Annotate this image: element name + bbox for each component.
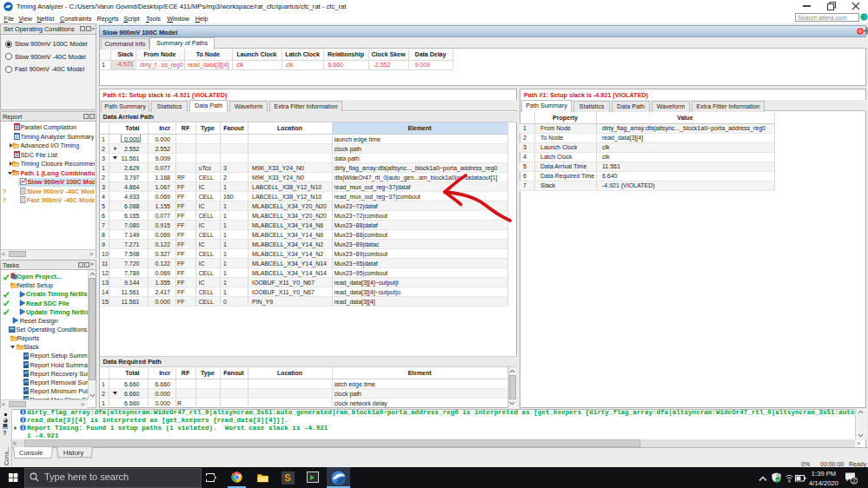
svg-text:2: 2 <box>852 478 856 484</box>
